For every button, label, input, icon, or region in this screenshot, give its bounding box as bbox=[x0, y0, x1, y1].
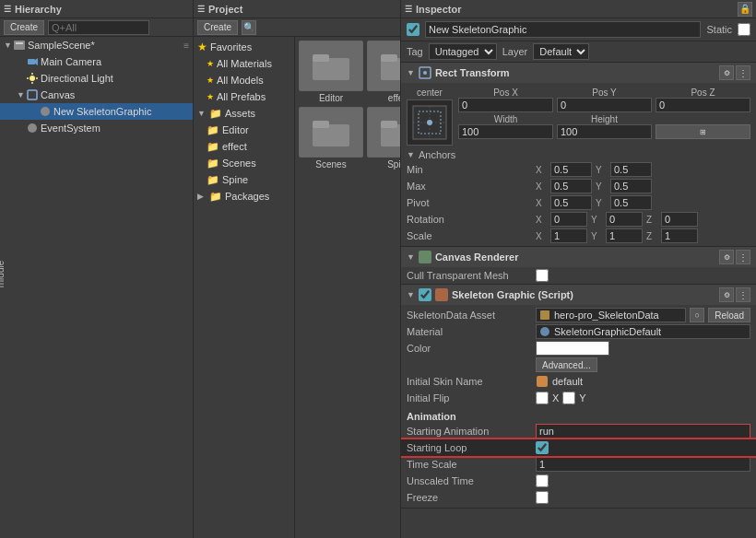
rot-y-input[interactable] bbox=[606, 212, 643, 227]
starting-animation-input[interactable] bbox=[536, 424, 750, 439]
folder-effect[interactable]: effect bbox=[367, 41, 400, 103]
starting-loop-value-group bbox=[536, 441, 750, 454]
flip-y-checkbox[interactable] bbox=[562, 392, 575, 404]
tree-item-canvas[interactable]: ▼ Canvas bbox=[0, 87, 193, 103]
starting-loop-row: Starting Loop bbox=[401, 439, 756, 456]
svg-rect-27 bbox=[540, 310, 549, 320]
scale-z-input[interactable] bbox=[661, 228, 698, 243]
tree-item-scenes[interactable]: 📁 Scenes bbox=[194, 155, 294, 171]
pivot-x-input[interactable] bbox=[550, 195, 592, 210]
freeze-checkbox[interactable] bbox=[536, 491, 549, 504]
tree-item-editor[interactable]: 📁 Editor bbox=[194, 122, 294, 138]
pos-x-input[interactable] bbox=[458, 98, 553, 112]
svg-rect-1 bbox=[16, 42, 23, 44]
skeleton-data-asset-field[interactable]: hero-pro_SkeletonData bbox=[536, 308, 686, 322]
project-search-btn[interactable]: 🔍 bbox=[242, 20, 256, 35]
unscaled-time-checkbox[interactable] bbox=[536, 474, 549, 487]
tree-label-new-skeleton: New SkeletonGraphic bbox=[53, 106, 151, 117]
canvas-renderer-header[interactable]: ▼ Canvas Renderer ⚙ ⋮ bbox=[401, 247, 756, 267]
advanced-btn[interactable]: Advanced... bbox=[536, 357, 597, 372]
time-scale-input[interactable] bbox=[536, 457, 750, 472]
tree-item-assets[interactable]: ▼ 📁 Assets bbox=[194, 105, 294, 122]
folder-spine[interactable]: Spine bbox=[367, 107, 400, 170]
max-y-input[interactable] bbox=[610, 179, 652, 193]
sg-enabled-checkbox[interactable] bbox=[419, 288, 431, 301]
pivot-y-input[interactable] bbox=[610, 195, 652, 210]
tree-item-packages[interactable]: ▶ 📁 Packages bbox=[194, 188, 294, 205]
height-input[interactable] bbox=[557, 124, 652, 139]
project-create-btn[interactable]: Create bbox=[197, 20, 238, 35]
pos-y-input[interactable] bbox=[557, 98, 652, 112]
sg-settings-btn[interactable]: ⚙ bbox=[719, 287, 734, 302]
min-y-input[interactable] bbox=[610, 162, 652, 177]
unscaled-time-label: Unscaled Time bbox=[407, 475, 536, 486]
folder-label-scenes: Scenes bbox=[315, 159, 346, 170]
layer-select[interactable]: Default bbox=[533, 43, 589, 60]
material-icon bbox=[539, 326, 550, 337]
tree-item-all-materials[interactable]: ★ All Materials bbox=[194, 55, 294, 72]
advanced-row: Advanced... bbox=[401, 357, 756, 373]
color-swatch[interactable] bbox=[536, 341, 609, 356]
star-icon-materials: ★ bbox=[207, 59, 214, 68]
tree-label-canvas: Canvas bbox=[41, 89, 75, 100]
tree-item-main-camera[interactable]: ▶ Main Camera bbox=[0, 53, 193, 70]
canvas-renderer-icon bbox=[419, 251, 431, 263]
tree-item-sample-scene[interactable]: ▼ SampleScene* ≡ bbox=[0, 37, 193, 53]
effect-folder-icon: 📁 bbox=[207, 141, 219, 153]
tag-select[interactable]: Untagged bbox=[429, 43, 497, 60]
rt-posx: Pos X bbox=[458, 88, 553, 112]
rt-main-row: center middle bbox=[401, 85, 756, 148]
sg-overflow-btn[interactable]: ⋮ bbox=[736, 287, 750, 302]
tree-item-all-prefabs[interactable]: ★ All Prefabs bbox=[194, 88, 294, 105]
material-asset-field[interactable]: SkeletonGraphicDefault bbox=[536, 324, 750, 339]
rect-transform-header[interactable]: ▼ Rect Transform ⚙ ⋮ bbox=[401, 63, 756, 83]
width-input[interactable] bbox=[458, 124, 553, 139]
reload-btn[interactable]: Reload bbox=[708, 308, 750, 322]
static-checkbox[interactable] bbox=[738, 23, 750, 36]
inspector-title: Inspector bbox=[416, 4, 462, 15]
max-x-input[interactable] bbox=[550, 179, 592, 193]
hierarchy-create-btn[interactable]: Create bbox=[4, 20, 44, 35]
tree-item-event-system[interactable]: ▶ EventSystem bbox=[0, 120, 193, 136]
flip-x-checkbox[interactable] bbox=[536, 392, 549, 404]
svg-point-21 bbox=[423, 71, 427, 75]
rot-z-input[interactable] bbox=[661, 212, 698, 227]
inspector-lock-btn[interactable]: 🔒 bbox=[738, 2, 752, 17]
gameobject-name-field[interactable] bbox=[425, 21, 701, 38]
folder-editor[interactable]: Editor bbox=[299, 41, 363, 103]
tree-item-all-models[interactable]: ★ All Models bbox=[194, 72, 294, 88]
hierarchy-search[interactable] bbox=[48, 20, 149, 35]
rt-settings-btn[interactable]: ⚙ bbox=[719, 65, 734, 80]
cr-overflow-btn[interactable]: ⋮ bbox=[736, 250, 750, 264]
gameobject-active-checkbox[interactable] bbox=[407, 23, 419, 36]
tree-item-favorites[interactable]: ★ Favorites bbox=[194, 39, 294, 55]
rt-size-row: Width Height ⊞ bbox=[458, 114, 750, 139]
skeleton-data-circle-btn[interactable]: ○ bbox=[690, 308, 704, 322]
min-x-input[interactable] bbox=[550, 162, 592, 177]
scale-z-label: Z bbox=[646, 231, 657, 241]
pivot-row: Pivot X Y bbox=[401, 194, 756, 211]
cull-transparent-checkbox[interactable] bbox=[536, 269, 549, 282]
rot-x-input[interactable] bbox=[550, 212, 587, 227]
folder-scenes[interactable]: Scenes bbox=[299, 107, 363, 170]
svg-point-11 bbox=[28, 123, 37, 133]
tree-item-new-skeleton[interactable]: ▶ New SkeletonGraphic bbox=[0, 103, 193, 120]
tree-item-spine[interactable]: 📁 Spine bbox=[194, 171, 294, 188]
tree-item-effect[interactable]: 📁 effect bbox=[194, 138, 294, 155]
rt-extra-btn[interactable]: ⊞ bbox=[656, 124, 750, 139]
pos-z-input[interactable] bbox=[656, 98, 750, 112]
cr-settings-btn[interactable]: ⚙ bbox=[719, 250, 734, 264]
rect-transform-body: center middle bbox=[401, 83, 756, 246]
gameobject-bar: Static bbox=[401, 18, 756, 41]
project-tree: ★ Favorites ★ All Materials ★ All Models… bbox=[194, 37, 295, 538]
project-split: ★ Favorites ★ All Materials ★ All Models… bbox=[194, 37, 400, 538]
rt-overflow-btn[interactable]: ⋮ bbox=[736, 65, 750, 80]
scale-x-input[interactable] bbox=[550, 228, 587, 243]
anchors-toggle[interactable]: ▼ Anchors bbox=[401, 148, 756, 161]
starting-loop-checkbox[interactable] bbox=[536, 441, 549, 454]
anchor-diagram[interactable] bbox=[407, 99, 453, 146]
skeleton-graphic-header[interactable]: ▼ Skeleton Graphic (Script) ⚙ ⋮ bbox=[401, 285, 756, 305]
tree-item-directional-light[interactable]: ▶ Directional Light bbox=[0, 70, 193, 87]
scale-y-input[interactable] bbox=[606, 228, 643, 243]
anchor-max-row: Max X Y bbox=[401, 178, 756, 194]
